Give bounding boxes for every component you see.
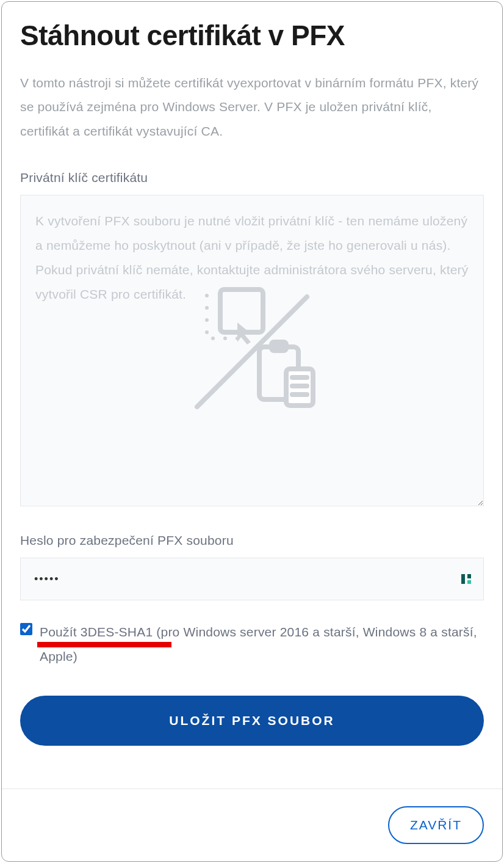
modal-title: Stáhnout certifikát v PFX <box>20 20 484 51</box>
svg-rect-16 <box>467 574 471 578</box>
modal-description: V tomto nástroji si můžete certifikát vy… <box>20 71 484 144</box>
3des-option-row: Použít 3DES-SHA1 (pro Windows server 201… <box>20 620 484 669</box>
highlight-underline <box>37 642 171 647</box>
password-label: Heslo pro zabezpečení PFX souboru <box>20 533 484 548</box>
password-field-wrapper <box>20 558 484 600</box>
save-pfx-button[interactable]: ULOŽIT PFX SOUBOR <box>20 696 484 746</box>
password-manager-icon[interactable] <box>461 574 472 584</box>
svg-rect-17 <box>467 580 471 584</box>
download-pfx-modal: Stáhnout certifikát v PFX V tomto nástro… <box>1 1 503 862</box>
private-key-label: Privátní klíč certifikátu <box>20 170 484 185</box>
password-input[interactable] <box>20 558 484 600</box>
modal-body: Stáhnout certifikát v PFX V tomto nástro… <box>2 2 502 788</box>
private-key-textarea[interactable] <box>20 195 484 506</box>
3des-checkbox[interactable] <box>20 623 32 635</box>
svg-rect-15 <box>461 574 465 584</box>
modal-footer: ZAVŘÍT <box>2 788 502 861</box>
private-key-field-wrapper <box>20 195 484 509</box>
close-button[interactable]: ZAVŘÍT <box>388 806 484 844</box>
